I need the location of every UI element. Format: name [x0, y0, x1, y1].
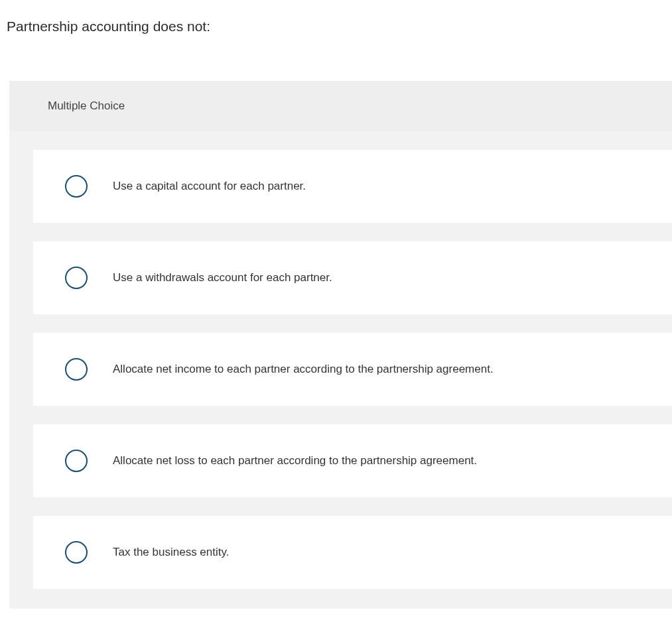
- option-row[interactable]: Tax the business entity.: [33, 516, 672, 589]
- radio-icon[interactable]: [65, 450, 88, 472]
- option-row[interactable]: Use a capital account for each partner.: [33, 150, 672, 223]
- section-label: Multiple Choice: [9, 81, 672, 131]
- option-row[interactable]: Allocate net loss to each partner accord…: [33, 424, 672, 497]
- option-label: Allocate net income to each partner acco…: [113, 363, 494, 376]
- option-label: Use a capital account for each partner.: [113, 180, 306, 193]
- option-label: Tax the business entity.: [113, 546, 229, 559]
- option-row[interactable]: Allocate net income to each partner acco…: [33, 333, 672, 406]
- radio-icon[interactable]: [65, 358, 88, 381]
- multiple-choice-container: Multiple Choice Use a capital account fo…: [9, 81, 672, 609]
- option-label: Allocate net loss to each partner accord…: [113, 454, 477, 467]
- option-label: Use a withdrawals account for each partn…: [113, 271, 332, 284]
- radio-icon[interactable]: [65, 267, 88, 289]
- options-list: Use a capital account for each partner. …: [9, 150, 672, 589]
- option-row[interactable]: Use a withdrawals account for each partn…: [33, 241, 672, 314]
- radio-icon[interactable]: [65, 541, 88, 564]
- question-text: Partnership accounting does not:: [0, 0, 672, 41]
- radio-icon[interactable]: [65, 175, 88, 198]
